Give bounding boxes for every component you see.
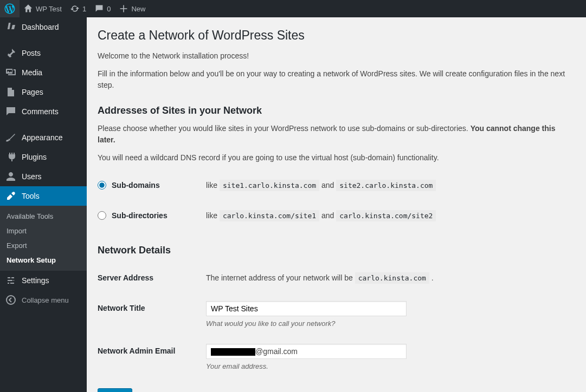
subdomains-label: Sub-domains (112, 181, 160, 190)
subdomains-radio[interactable] (98, 181, 106, 190)
sidebar-item-label: Pages (22, 88, 43, 96)
new-label: New (131, 5, 145, 13)
page-title: Create a Network of WordPress Sites (98, 28, 575, 43)
sidebar-item-comments[interactable]: Comments (0, 102, 87, 121)
updates-menu[interactable]: 1 (66, 0, 91, 17)
sidebar-item-media[interactable]: Media (0, 63, 87, 82)
comment-icon (5, 106, 16, 117)
admin-email-suffix: @gmail.com (255, 347, 298, 356)
row-subdomains: Sub-domains like site1.carlo.kinsta.com … (98, 170, 575, 200)
settings-icon (5, 275, 16, 286)
sidebar-item-label: Appearance (22, 133, 63, 142)
install-button[interactable]: Install (98, 388, 132, 392)
refresh-icon (70, 4, 79, 13)
svg-point-0 (7, 296, 15, 304)
subitem-export[interactable]: Export (0, 238, 87, 253)
brush-icon (5, 132, 16, 143)
updates-count: 1 (82, 5, 86, 13)
row-server-address: Server Address The internet address of y… (98, 263, 575, 293)
wrench-icon (5, 191, 16, 201)
sidebar-item-label: Plugins (22, 153, 47, 161)
admin-sidebar: Dashboard Posts Media Pages Comments App… (0, 17, 87, 392)
details-heading: Network Details (98, 245, 575, 256)
row-network-title: Network Title What would you like to cal… (98, 293, 575, 336)
sidebar-item-label: Posts (22, 49, 41, 57)
row-admin-email: Network Admin Email @gmail.com Your emai… (98, 336, 575, 378)
row-subdirectories: Sub-directories like carlo.kinsta.com/si… (98, 200, 575, 231)
subdirectories-option[interactable]: Sub-directories (98, 211, 201, 220)
plus-icon (119, 4, 128, 13)
site-name: WP Test (36, 5, 62, 13)
subitem-network-setup[interactable]: Network Setup (0, 253, 87, 267)
addresses-dns-note: You will need a wildcard DNS record if y… (98, 152, 575, 164)
user-icon (5, 171, 16, 182)
sidebar-item-appearance[interactable]: Appearance (0, 128, 87, 147)
addresses-heading: Addresses of Sites in your Network (98, 105, 575, 116)
sidebar-item-posts[interactable]: Posts (0, 43, 87, 63)
content-wrap: Create a Network of WordPress Sites Welc… (87, 0, 586, 392)
collapse-menu[interactable]: Collapse menu (0, 290, 87, 310)
subdirectories-radio[interactable] (98, 211, 106, 220)
sidebar-item-dashboard[interactable]: Dashboard (0, 17, 87, 37)
network-title-label: Network Title (98, 293, 206, 336)
pin-icon (5, 48, 16, 58)
sidebar-item-pages[interactable]: Pages (0, 82, 87, 102)
wp-logo-menu[interactable] (0, 0, 20, 17)
subitem-import[interactable]: Import (0, 224, 87, 238)
dashboard-icon (5, 22, 16, 32)
media-icon (5, 67, 16, 78)
sidebar-item-label: Dashboard (22, 23, 59, 31)
intro-text: Fill in the information below and you'll… (98, 68, 575, 91)
details-table: Server Address The internet address of y… (98, 263, 575, 378)
addresses-desc: Please choose whether you would like sit… (98, 123, 575, 146)
admin-email-label: Network Admin Email (98, 336, 206, 378)
sidebar-item-settings[interactable]: Settings (0, 271, 87, 290)
page-icon (5, 87, 16, 97)
sidebar-item-label: Users (22, 172, 42, 181)
subitem-available-tools[interactable]: Available Tools (0, 209, 87, 224)
sidebar-item-plugins[interactable]: Plugins (0, 147, 87, 167)
subdomains-example: like site1.carlo.kinsta.com and site2.ca… (206, 170, 575, 200)
admin-email-input[interactable]: @gmail.com (206, 344, 407, 359)
network-title-desc: What would you like to call your network… (206, 319, 570, 328)
sidebar-item-tools[interactable]: Tools (0, 186, 87, 206)
tools-submenu: Available Tools Import Export Network Se… (0, 206, 87, 271)
code-example: carlo.kinsta.com/site1 (220, 210, 319, 221)
sidebar-item-label: Media (22, 68, 42, 77)
collapse-icon (5, 295, 16, 305)
network-title-input[interactable] (206, 301, 407, 316)
subdomains-option[interactable]: Sub-domains (98, 181, 201, 190)
redacted-text (211, 348, 255, 356)
plugin-icon (5, 152, 16, 162)
wordpress-icon (4, 3, 15, 14)
comments-count: 0 (107, 5, 111, 13)
sidebar-item-label: Settings (22, 276, 49, 285)
sidebar-item-label: Tools (22, 192, 40, 200)
new-menu[interactable]: New (115, 0, 150, 17)
comment-icon (95, 4, 104, 13)
server-address-value: The internet address of your network wil… (206, 263, 575, 293)
admin-email-desc: Your email address. (206, 362, 570, 370)
welcome-text: Welcome to the Network installation proc… (98, 50, 575, 62)
code-example: site2.carlo.kinsta.com (336, 180, 436, 191)
code-example: carlo.kinsta.com/site2 (336, 210, 436, 221)
code-example: site1.carlo.kinsta.com (220, 180, 319, 191)
comments-menu[interactable]: 0 (91, 0, 115, 17)
server-address-code: carlo.kinsta.com (355, 272, 429, 284)
home-icon (24, 4, 33, 13)
sidebar-item-users[interactable]: Users (0, 167, 87, 186)
addresses-table: Sub-domains like site1.carlo.kinsta.com … (98, 170, 575, 231)
admin-bar: WP Test 1 0 New (0, 0, 586, 17)
collapse-label: Collapse menu (22, 296, 69, 304)
site-menu[interactable]: WP Test (20, 0, 66, 17)
subdirectories-example: like carlo.kinsta.com/site1 and carlo.ki… (206, 200, 575, 231)
server-address-label: Server Address (98, 263, 206, 293)
sidebar-item-label: Comments (22, 107, 59, 116)
subdirectories-label: Sub-directories (112, 211, 168, 220)
